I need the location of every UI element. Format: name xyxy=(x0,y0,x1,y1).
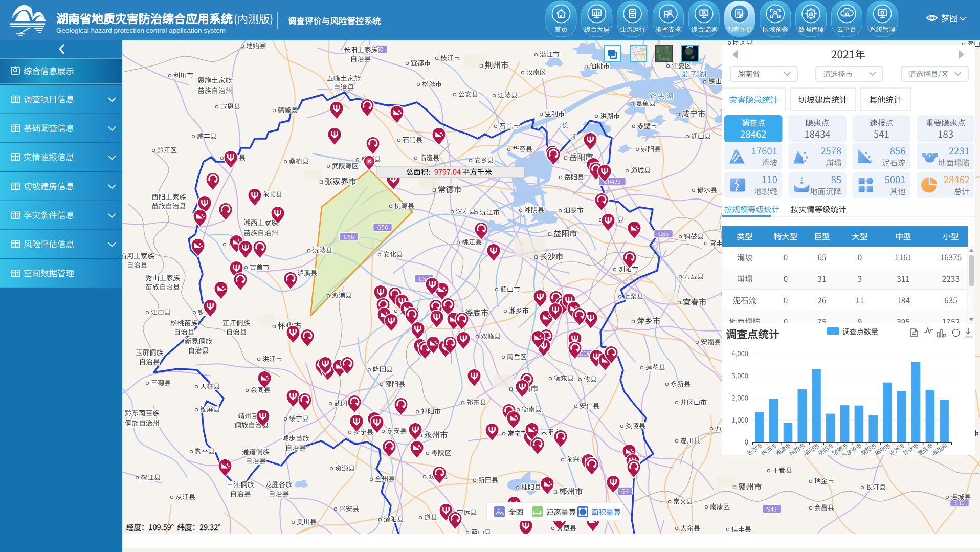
svg-text:Geological hazard protection c: Geological hazard protection control app… xyxy=(56,27,226,34)
